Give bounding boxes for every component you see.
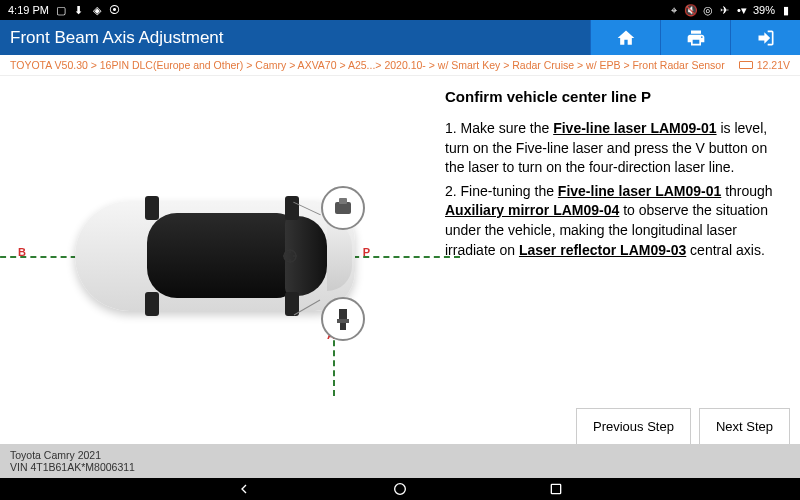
- instructions-heading: Confirm vehicle center line P: [445, 86, 785, 107]
- nav-recent-icon[interactable]: [548, 481, 564, 497]
- battery-icon: ▮: [780, 4, 792, 16]
- status-time: 4:19 PM: [8, 4, 49, 16]
- svg-rect-2: [339, 198, 347, 204]
- plane-icon: ✈: [719, 4, 731, 16]
- signal-icon: ◈: [91, 4, 103, 16]
- voltage-value: 12.21V: [757, 59, 790, 71]
- breadcrumb-path: TOYOTA V50.30 > 16PIN DLC(Europe and Oth…: [10, 59, 725, 71]
- print-button[interactable]: [660, 20, 730, 55]
- vehicle-model: Toyota Camry 2021: [10, 449, 790, 461]
- image-icon: ▢: [55, 4, 67, 16]
- title-bar: Front Beam Axis Adjustment: [0, 20, 800, 55]
- instructions-panel: Confirm vehicle center line P 1. Make su…: [430, 76, 800, 436]
- page-title: Front Beam Axis Adjustment: [10, 28, 224, 48]
- exit-icon: [756, 28, 776, 48]
- instruction-step-1: 1. Make sure the Five-line laser LAM09-0…: [445, 119, 785, 178]
- svg-rect-4: [337, 319, 349, 323]
- vehicle-vin: VIN 4T1B61AK*M8006311: [10, 461, 790, 473]
- svg-point-6: [395, 484, 406, 495]
- svg-rect-5: [340, 323, 346, 330]
- bluetooth-icon: ⌖: [668, 4, 680, 16]
- instruction-step-2: 2. Fine-tuning the Five-line laser LAM09…: [445, 182, 785, 260]
- vehicle-diagram: B P A: [0, 76, 430, 436]
- footer-bar: Toyota Camry 2021 VIN 4T1B61AK*M8006311: [0, 444, 800, 478]
- callout-laser-device: [321, 186, 365, 230]
- next-step-button[interactable]: Next Step: [699, 408, 790, 445]
- exit-button[interactable]: [730, 20, 800, 55]
- voltage-icon: [739, 61, 753, 69]
- voltage-indicator: 12.21V: [739, 59, 790, 71]
- nav-back-icon[interactable]: [236, 481, 252, 497]
- svg-rect-3: [339, 309, 347, 319]
- home-button[interactable]: [590, 20, 660, 55]
- breadcrumb: TOYOTA V50.30 > 16PIN DLC(Europe and Oth…: [0, 55, 800, 76]
- diagram-label-p: P: [363, 246, 370, 258]
- location-icon: ⦿: [109, 4, 121, 16]
- print-icon: [686, 28, 706, 48]
- android-statusbar: 4:19 PM ▢ ⬇ ◈ ⦿ ⌖ 🔇 ◎ ✈ •▾ 39% ▮: [0, 0, 800, 20]
- svg-rect-7: [551, 484, 560, 493]
- download-icon: ⬇: [73, 4, 85, 16]
- callout-mirror-device: [321, 297, 365, 341]
- gps-icon: ◎: [702, 4, 714, 16]
- home-icon: [616, 28, 636, 48]
- android-navbar: [0, 478, 800, 500]
- laser-target-icon: [282, 248, 298, 264]
- mute-icon: 🔇: [685, 4, 697, 16]
- diagram-label-b: B: [18, 246, 26, 258]
- battery-percent: 39%: [753, 4, 775, 16]
- nav-home-icon[interactable]: [392, 481, 408, 497]
- previous-step-button[interactable]: Previous Step: [576, 408, 691, 445]
- cell-icon: •▾: [736, 4, 748, 16]
